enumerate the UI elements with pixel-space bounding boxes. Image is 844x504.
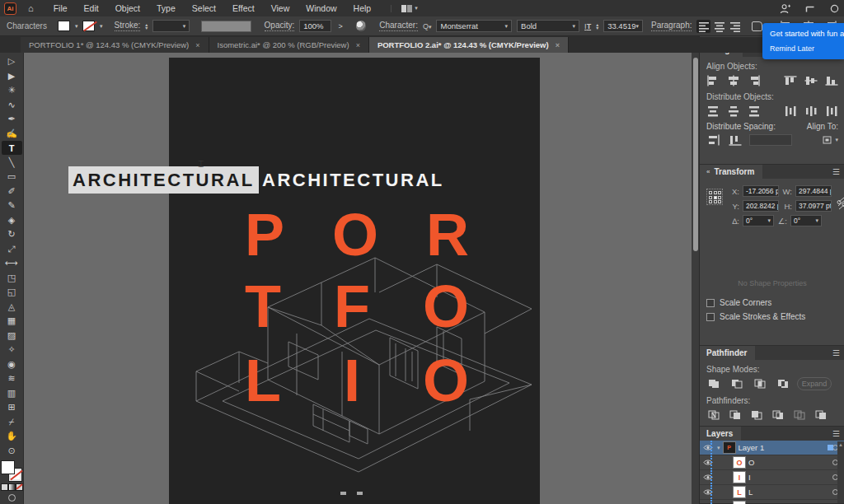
menu-window[interactable]: Window [306, 3, 336, 13]
chevron-down-icon[interactable]: ▾ [75, 23, 78, 30]
menu-effect[interactable]: Effect [232, 3, 255, 13]
menu-edit[interactable]: Edit [84, 3, 99, 13]
fill-stroke-swatches[interactable] [2, 461, 21, 481]
document-tab[interactable]: Isometric.ai* @ 200 % (RGB/Preview)× [209, 37, 369, 53]
layer-row[interactable]: LL [700, 485, 844, 500]
opacity-options-button[interactable]: > [336, 22, 344, 30]
tab-close-icon[interactable]: × [556, 41, 560, 49]
trim-icon[interactable] [728, 408, 742, 421]
exclude-icon[interactable] [776, 378, 790, 390]
expand-button[interactable]: Expand [797, 377, 832, 390]
scale-strokes-checkbox[interactable]: Scale Strokes & Effects [700, 310, 844, 324]
checkbox-icon[interactable] [706, 313, 715, 321]
menu-type[interactable]: Type [157, 3, 176, 13]
lasso-tool[interactable]: ∿ [2, 98, 22, 112]
fill-color-swatch[interactable] [58, 21, 70, 31]
align-v-center-icon[interactable] [804, 74, 818, 86]
dist-v-top-icon[interactable] [706, 105, 720, 117]
space-v-icon[interactable] [706, 133, 720, 146]
document-tab[interactable]: PORTFOLIO 2.ai* @ 124.43 % (CMYK/Preview… [369, 37, 569, 53]
slice-tool[interactable]: ⌿ [2, 415, 22, 429]
illustrator-logo-icon[interactable]: Ai [4, 2, 16, 15]
width-profile-select[interactable] [201, 21, 251, 32]
x-field[interactable]: -17.2056 pt [743, 185, 779, 197]
align-to-dropdown[interactable]: ▾ [822, 135, 838, 145]
font-search-icon[interactable]: Q▾ [423, 22, 432, 30]
pen-tool[interactable]: ✒ [2, 112, 22, 126]
mesh-tool[interactable]: ▦ [2, 314, 22, 328]
canvas-area[interactable]: POR TFO LIO ARCHITECTURAL ⌶ ARCHITECTURA… [24, 53, 699, 504]
restore-window-icon[interactable] [805, 4, 815, 13]
layers-panel-tab[interactable]: Layers [700, 427, 741, 441]
stroke-width-stepper[interactable]: ▴▾ [145, 23, 148, 30]
align-v-top-icon[interactable] [784, 74, 797, 86]
dist-h-left-icon[interactable] [784, 105, 797, 117]
font-family-select[interactable]: Montserrat▾ [436, 20, 512, 32]
menu-file[interactable]: File [54, 3, 68, 13]
scale-tool[interactable]: ⤢ [2, 242, 22, 256]
column-graph-tool[interactable]: ▥ [2, 386, 22, 400]
line-segment-tool[interactable]: ╲ [2, 156, 22, 170]
stroke-color-swatch[interactable] [82, 21, 95, 31]
layer-row[interactable]: II [700, 470, 844, 485]
draw-mode-button[interactable] [8, 494, 16, 502]
eraser-tool[interactable]: ◈ [2, 213, 22, 227]
shape-builder-tool[interactable]: ◱ [2, 285, 22, 299]
width-tool[interactable]: ⟷ [2, 256, 22, 270]
notification-toast[interactable]: Get started with fun an Remind Later [762, 23, 844, 59]
recolor-artwork-icon[interactable] [356, 21, 367, 31]
font-style-select[interactable]: Bold▾ [517, 20, 579, 32]
hand-tool[interactable]: ✋ [2, 429, 22, 443]
pathfinder-panel-tab[interactable]: Pathfinder [700, 346, 755, 360]
vertical-scrollbar[interactable] [692, 53, 699, 504]
document-tab[interactable]: PORTFOLIO 1* @ 124.43 % (CMYK/Preview)× [21, 37, 209, 53]
shaper-tool[interactable]: ✎ [2, 198, 22, 212]
artboard-tool[interactable]: ⊞ [2, 400, 22, 414]
minus-front-icon[interactable] [729, 378, 743, 390]
account-icon[interactable] [780, 3, 790, 14]
opacity-label[interactable]: Opacity: [265, 21, 295, 31]
intersect-icon[interactable] [753, 378, 767, 390]
menu-view[interactable]: View [271, 3, 290, 13]
tab-close-icon[interactable]: × [356, 41, 360, 49]
y-field[interactable]: 202.8242 pt [743, 200, 779, 212]
gradient-tool[interactable]: ▨ [2, 329, 22, 343]
reference-point-grid[interactable] [706, 189, 723, 205]
magic-wand-tool[interactable]: ✳ [2, 83, 22, 97]
type-tool[interactable]: T [2, 141, 22, 155]
dist-h-right-icon[interactable] [825, 105, 838, 117]
outline-icon[interactable] [792, 408, 806, 421]
color-mode-button[interactable] [2, 484, 7, 490]
symbol-sprayer-tool[interactable]: ≋ [2, 371, 22, 385]
layer-name[interactable]: Layer 1 [738, 443, 765, 452]
constrain-proportions-icon[interactable] [837, 184, 844, 228]
transform-panel-tab[interactable]: « Transform [700, 165, 762, 179]
selection-tool[interactable]: ▷ [2, 54, 22, 68]
chevron-down-icon[interactable]: ▾ [100, 23, 103, 30]
merge-icon[interactable] [749, 408, 763, 421]
align-h-center-icon[interactable] [727, 74, 740, 86]
layer-row[interactable]: ▾PLayer 1 [700, 441, 844, 455]
paragraph-label[interactable]: Paragraph: [651, 21, 692, 31]
tab-close-icon[interactable]: × [195, 41, 199, 49]
layer-row[interactable]: OO [700, 500, 844, 504]
menu-help[interactable]: Help [354, 3, 372, 13]
panel-menu-icon[interactable]: ☰ [832, 429, 840, 438]
curvature-tool[interactable]: ✍ [2, 127, 22, 141]
align-v-bottom-icon[interactable] [825, 74, 838, 86]
align-h-left-icon[interactable] [706, 74, 720, 86]
remind-later-button[interactable]: Remind Later [770, 44, 844, 53]
space-h-icon[interactable] [728, 133, 742, 146]
architectural-text-selected[interactable]: ARCHITECTURAL [68, 166, 259, 194]
blend-tool[interactable]: ◉ [2, 357, 22, 371]
panel-menu-icon[interactable]: ☰ [832, 167, 840, 176]
align-h-right-icon[interactable] [748, 74, 761, 86]
gradient-mode-button[interactable] [9, 484, 15, 490]
fill-swatch[interactable] [2, 461, 14, 474]
minus-back-icon[interactable] [814, 408, 828, 421]
stroke-width-select[interactable]: ▾ [152, 20, 190, 32]
layer-row[interactable]: OO [700, 455, 844, 470]
scrollbar-thumb[interactable] [693, 58, 698, 251]
workspace-switcher[interactable]: ▾ [391, 5, 418, 12]
layers-scrollbar[interactable]: ▴ [837, 441, 844, 503]
